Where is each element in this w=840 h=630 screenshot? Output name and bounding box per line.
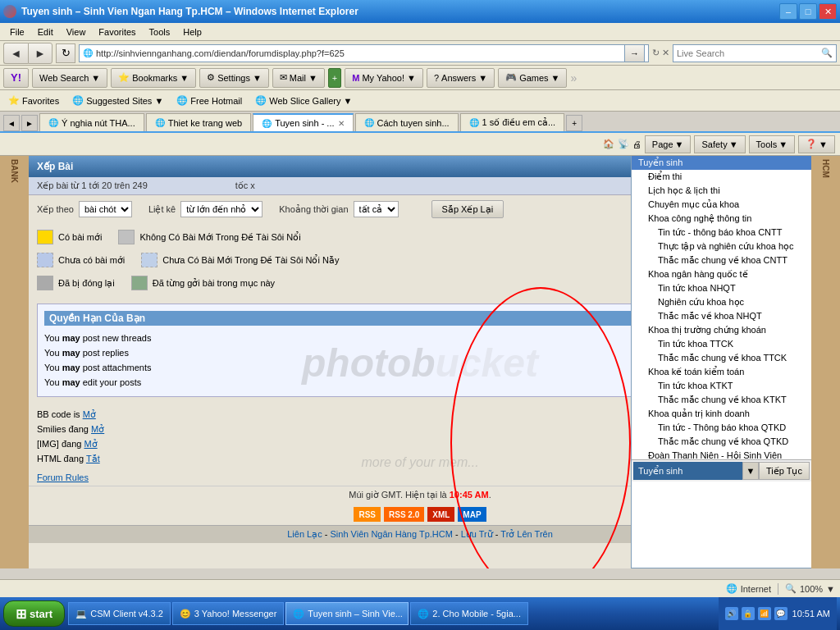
taskbar-yahoo[interactable]: 😊 3 Yahoo! Messenger [172,602,285,625]
sort-button[interactable]: Sắp Xếp Lại [431,200,504,218]
myyahoo-button[interactable]: M My Yahoo! ▼ [345,68,423,88]
star-icon: ⭐ [8,95,20,106]
dropdown-item-2[interactable]: Lịch học & lịch thi [632,184,811,198]
new-tab-button[interactable]: + [566,115,582,131]
tray-icons: 🔊 🔒 📶 💬 [725,607,788,620]
address-input[interactable] [96,48,624,58]
dropdown-item-4[interactable]: Khoa công nghệ thông tin [632,212,811,226]
menu-edit[interactable]: Edit [31,25,60,39]
dropdown-item-3[interactable]: Chuyên mục của khoa [632,198,811,212]
rss-button[interactable]: RSS [354,507,381,522]
dropdown-item-13[interactable]: Tin tức khoa TTCK [632,337,811,351]
map-button[interactable]: MAP [458,507,486,522]
safety-button[interactable]: Safety ▼ [694,135,745,153]
close-button[interactable]: ✕ [819,3,837,20]
html-link[interactable]: Tắt [86,454,100,463]
bookmarks-label: Bookmarks [132,73,177,83]
tools-button[interactable]: Tools ▼ [749,135,796,153]
taskbar-cho[interactable]: 🌐 2. Cho Mobile - 5gia... [410,602,528,625]
free-hotmail-button[interactable]: 🌐 Free Hotmail [173,94,245,107]
yahoo-button[interactable]: Y! [3,68,29,88]
refresh-button[interactable]: ↻ [56,43,75,63]
tab-0[interactable]: 🌐 Ý nghia nút THA... [39,113,144,131]
dropdown-item-18[interactable]: Khoa quản trị kinh doanh [632,407,811,421]
dropdown-item-12[interactable]: Khoa thị trường chứng khoán [632,323,811,337]
web-search-button[interactable]: Web Search ▼ [32,68,107,88]
sort-select[interactable]: bài chót [79,201,132,217]
dropdown-item-21[interactable]: Đoàn Thanh Niên - Hội Sinh Viên [632,449,811,459]
nonew-post-icon [118,230,135,244]
minimize-button[interactable]: – [779,3,797,20]
web-slice-button[interactable]: 🌐 Web Slice Gallery ▼ [252,94,355,107]
dropdown-item-7[interactable]: Thắc mắc chung về khoa CNTT [632,253,811,267]
dropdown-list[interactable]: Tuyển sinh Điểm thi Lịch học & lịch thi … [632,156,811,459]
search-box[interactable]: 🔍 [673,44,837,62]
footer-contact-link[interactable]: Liên Lạc [287,529,322,539]
tab-2-close[interactable]: ✕ [338,119,345,128]
dropdown-item-0[interactable]: Tuyển sinh [632,156,811,170]
continue-button[interactable]: Tiếp Tục [759,462,810,480]
rss2-button[interactable]: RSS 2.0 [384,507,424,522]
dropdown-item-10[interactable]: Nghiên cứu khoa học [632,295,811,309]
maximize-button[interactable]: □ [799,3,817,20]
forward-button[interactable]: ► [28,43,52,64]
dropdown-item-16[interactable]: Tin tức khoa KTKT [632,379,811,393]
tab-3[interactable]: 🌐 Cách tuyen sinh... [355,113,459,131]
toolbar-more-icon[interactable]: » [570,71,577,84]
footer-svnhtp-link[interactable]: Sinh Viên Ngân Hàng Tp.HCM [330,529,452,539]
xml-button[interactable]: XML [427,507,454,522]
menu-help[interactable]: Help [176,25,208,39]
dropdown-item-14[interactable]: Thắc mắc chung về khoa TTCK [632,351,811,365]
dropdown-arrow[interactable]: ▼ [742,462,759,480]
taskbar-csm[interactable]: 💻 CSM Client v4.3.2 [68,602,171,625]
back-button[interactable]: ◄ [3,43,28,64]
add-button[interactable]: + [328,68,341,88]
answers-icon: ? [434,73,439,83]
help-button[interactable]: ❓ ▼ [798,135,835,153]
dropdown-item-17[interactable]: Thắc mắc chung về khoa KTKT [632,393,811,407]
footer-archive-link[interactable]: Lưu Trữ [461,529,493,539]
dropdown-item-19[interactable]: Tin tức - Thông báo khoa QTKD [632,421,811,435]
answers-button[interactable]: ? Answers ▼ [427,68,495,88]
mail-button[interactable]: ✉ Mail ▼ [272,68,325,88]
tab-nav-left[interactable]: ◄ [3,115,20,131]
menu-view[interactable]: View [60,25,93,39]
page-button[interactable]: Page ▼ [645,135,692,153]
tab-nav-right[interactable]: ► [21,115,38,131]
smilies-link[interactable]: Mở [91,424,104,434]
globe-icon: 🌐 [726,583,737,594]
dropdown-item-9[interactable]: Tin tức khoa NHQT [632,281,811,295]
time-select[interactable]: tất cả [354,201,399,217]
bookmarks-button[interactable]: ⭐ Bookmarks ▼ [111,68,196,88]
dropdown-item-1[interactable]: Điểm thi [632,170,811,184]
dropdown-item-8[interactable]: Khoa ngân hàng quốc tế [632,267,811,281]
taskbar-ie[interactable]: 🌐 Tuyen sinh – Sinh Vie... [285,602,409,625]
suggested-sites-button[interactable]: 🌐 Suggested Sites ▼ [69,94,167,107]
games-button[interactable]: 🎮 Games ▼ [498,68,567,88]
dropdown-item-6[interactable]: Thực tập và nghiên cứu khoa học [632,240,811,253]
forum-rules-link[interactable]: Forum Rules [37,472,89,482]
go-button[interactable]: → [624,44,645,62]
dropdown-item-15[interactable]: Khoa kế toán kiểm toán [632,365,811,379]
search-input[interactable] [677,48,821,58]
tab-2[interactable]: 🌐 Tuyen sinh - ... ✕ [253,113,353,131]
tab-1[interactable]: 🌐 Thiet ke trang web [146,113,252,131]
tab-4[interactable]: 🌐 1 số điều em cả... [460,113,564,131]
tray-icon-1: 🔊 [725,607,738,620]
menu-tools[interactable]: Tools [143,25,177,39]
address-bar[interactable]: 🌐 → [79,44,649,62]
favorites-button[interactable]: ⭐ Favorites [5,94,62,107]
dropdown-item-20[interactable]: Thắc mắc chung về khoa QTKD [632,435,811,449]
bbcode-link[interactable]: Mở [83,409,96,419]
menu-favorites[interactable]: Favorites [92,25,142,39]
footer-top-link[interactable]: Trở Lên Trên [500,529,552,539]
dropdown-selected-value[interactable]: Tuyển sinh [633,462,742,480]
settings-button[interactable]: ⚙ Settings ▼ [199,68,269,88]
menu-file[interactable]: File [3,25,31,39]
list-select[interactable]: từ lớn đến nhỏ [180,201,262,217]
tools-dropdown-icon: ▼ [778,139,788,149]
img-link[interactable]: Mở [84,439,97,449]
start-button[interactable]: ⊞ start [3,600,65,627]
dropdown-item-11[interactable]: Thắc mắc về khoa NHQT [632,309,811,323]
dropdown-item-5[interactable]: Tin tức - thông báo khoa CNTT [632,226,811,240]
